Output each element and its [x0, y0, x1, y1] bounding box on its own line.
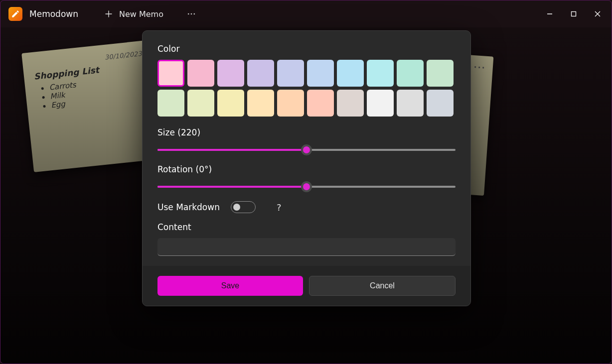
- color-swatch[interactable]: [217, 90, 244, 117]
- color-swatch[interactable]: [217, 60, 244, 87]
- color-swatch[interactable]: [397, 90, 424, 117]
- toggle-knob: [233, 204, 240, 211]
- color-swatch[interactable]: [157, 60, 184, 87]
- svg-point-1: [191, 13, 192, 15]
- slider-fill: [157, 186, 306, 188]
- svg-point-2: [193, 13, 195, 15]
- more-menu-button[interactable]: [181, 6, 201, 22]
- color-swatch[interactable]: [307, 60, 334, 87]
- color-picker: [157, 60, 456, 117]
- maximize-icon: [571, 11, 577, 17]
- color-swatch[interactable]: [247, 90, 274, 117]
- rotation-slider[interactable]: [157, 181, 456, 192]
- new-memo-dialog: Color Size (220) Rotation (0°) Use Markd…: [142, 30, 471, 306]
- minimize-icon: [547, 11, 553, 17]
- color-section-label: Color: [157, 44, 456, 54]
- dialog-body: Color Size (220) Rotation (0°) Use Markd…: [143, 31, 470, 266]
- use-markdown-label: Use Markdown: [157, 202, 220, 212]
- color-swatch[interactable]: [187, 90, 214, 117]
- use-markdown-toggle[interactable]: [231, 201, 256, 213]
- markdown-row: Use Markdown ?: [157, 201, 456, 213]
- cancel-button[interactable]: Cancel: [309, 276, 456, 296]
- save-button[interactable]: Save: [157, 276, 303, 296]
- minimize-button[interactable]: [538, 4, 562, 24]
- color-swatch[interactable]: [157, 90, 184, 117]
- new-memo-label: New Memo: [119, 9, 163, 19]
- slider-thumb[interactable]: [301, 144, 312, 155]
- rotation-slider-label: Rotation (0°): [157, 164, 456, 174]
- color-swatch[interactable]: [337, 60, 364, 87]
- content-input[interactable]: [157, 238, 456, 256]
- color-swatch[interactable]: [427, 90, 454, 117]
- slider-fill: [157, 149, 306, 151]
- new-memo-button[interactable]: New Memo: [99, 6, 168, 22]
- svg-rect-3: [572, 12, 576, 16]
- close-icon: [595, 11, 601, 17]
- content-section-label: Content: [157, 222, 456, 232]
- size-slider-label: Size (220): [157, 127, 456, 137]
- color-swatch[interactable]: [277, 90, 304, 117]
- titlebar: Memodown New Memo: [0, 0, 612, 27]
- memo-menu-button[interactable]: ···: [473, 62, 486, 73]
- close-button[interactable]: [586, 4, 610, 24]
- color-swatch[interactable]: [307, 90, 334, 117]
- size-slider[interactable]: [157, 144, 456, 155]
- color-swatch[interactable]: [337, 90, 364, 117]
- pencil-icon: [11, 9, 20, 18]
- svg-point-0: [188, 13, 189, 15]
- dialog-footer: Save Cancel: [143, 266, 470, 306]
- color-swatch[interactable]: [427, 60, 454, 87]
- color-swatch[interactable]: [187, 60, 214, 87]
- app-icon: [8, 7, 22, 21]
- color-swatch[interactable]: [247, 60, 274, 87]
- app-title: Memodown: [29, 9, 78, 19]
- plus-icon: [104, 9, 113, 18]
- color-swatch[interactable]: [277, 60, 304, 87]
- markdown-help-button[interactable]: ?: [277, 202, 282, 213]
- color-swatch[interactable]: [397, 60, 424, 87]
- color-swatch[interactable]: [367, 90, 394, 117]
- color-swatch[interactable]: [367, 60, 394, 87]
- slider-thumb[interactable]: [301, 181, 312, 192]
- dots-horizontal-icon: [186, 9, 196, 19]
- window-controls: [538, 4, 610, 24]
- maximize-button[interactable]: [562, 4, 586, 24]
